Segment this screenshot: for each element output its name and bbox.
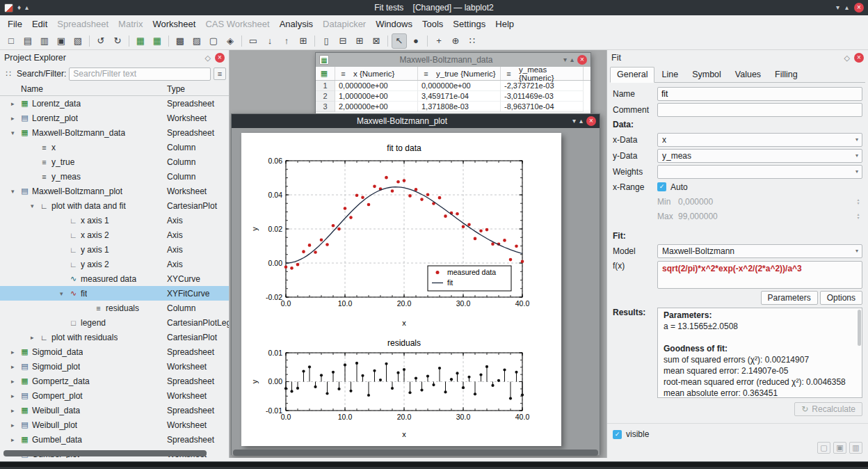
tree-row-maxwell-data[interactable]: Maxwell-Boltzmann_dataSpreadsheet [0,125,229,140]
maximize-icon[interactable]: ▴ [845,4,849,11]
expand-icon[interactable] [11,422,19,429]
collapse-icon[interactable] [60,290,68,297]
range-min-spinbox[interactable]: 0,000000 [678,197,854,207]
comment-input[interactable] [657,103,862,117]
range-max-spinbox[interactable]: 99,000000 [678,212,854,221]
collapse-icon[interactable] [31,202,39,209]
new-datapicker-button[interactable]: ◈ [223,33,238,49]
menu-tools[interactable]: Tools [417,17,448,31]
cell[interactable]: 2,000000e+00 [335,102,418,112]
column-header-x[interactable]: x {Numeric} [335,67,418,80]
window-shade-icon[interactable] [572,118,576,125]
y-data-combobox[interactable]: y_meas [657,149,862,163]
auto-range-checkbox[interactable] [657,182,666,191]
fit-name-input[interactable] [657,87,862,101]
explorer-horizontal-scrollbar[interactable] [3,450,207,456]
print-preview-button[interactable]: ▧ [70,33,86,49]
tree-row-x-column[interactable]: xColumn [0,140,229,154]
column-header-y-true[interactable]: y_true {Numeric} [418,67,501,80]
new-worksheet-button[interactable]: ▨ [189,33,204,49]
tree-row-lorentz-plot[interactable]: Lorentz_plotWorksheet [0,111,229,125]
tree-row-fit[interactable]: fitXYFitCurve [0,286,229,301]
menu-worksheet[interactable]: Worksheet [147,17,200,31]
tree-row-plot-residuals[interactable]: plot with residualsCartesianPlot [0,330,229,344]
shade-icon[interactable]: ▾ [836,4,839,11]
view-single-button[interactable]: ▯ [319,33,334,49]
fit-results-box[interactable]: Parameters: a = 13.1565±2.0508 Goodness … [657,308,862,398]
new-folder-button[interactable]: ▭ [246,33,261,49]
tree-row-y-true-column[interactable]: y_trueColumn [0,154,229,169]
spinner-arrows-icon[interactable]: ▴▾ [854,198,862,205]
tree-row-residuals[interactable]: residualsColumn [0,301,229,315]
options-button[interactable]: Options [820,291,862,305]
expand-icon[interactable] [31,334,39,341]
results-scrollbar[interactable] [858,310,861,346]
search-filter-input[interactable] [69,67,211,81]
document-save-button[interactable]: ▥ [37,33,52,49]
tab-values[interactable]: Values [728,67,768,83]
new-workbook-button[interactable]: ▦ [133,33,148,49]
expand-icon[interactable] [11,436,19,443]
close-window-button[interactable]: × [854,3,864,13]
window-close-button[interactable]: × [586,116,596,126]
name-column-header[interactable]: Name [21,84,43,94]
collapse-icon[interactable] [11,129,19,136]
float-dock-icon[interactable] [205,53,211,63]
expand-icon[interactable] [11,100,19,107]
crosshair-mode-button[interactable]: + [431,33,447,49]
expand-icon[interactable] [11,407,19,414]
visible-checkbox[interactable] [613,430,622,439]
expand-icon[interactable] [11,349,19,356]
menu-analysis[interactable]: Analysis [275,17,318,31]
view-split-horizontal-button[interactable]: ⊟ [335,33,351,49]
weights-combobox[interactable] [657,165,862,179]
tree-row-plot-data-fit[interactable]: plot with data and fitCartesianPlot [0,198,229,213]
window-shade-icon[interactable] [563,56,567,63]
select-mode-button[interactable]: ↖ [392,33,407,49]
menu-help[interactable]: Help [490,17,519,31]
view-split-vertical-button[interactable]: ⊞ [352,33,367,49]
keep-above-icon[interactable]: ▴ [25,4,29,11]
expand-icon[interactable] [11,363,19,370]
worksheet-window-titlebar[interactable]: Maxwell-Boltzmann_plot × [232,114,600,128]
tree-row-sigmoid-data[interactable]: Sigmoid_dataSpreadsheet [0,344,229,359]
cell[interactable]: 1,000000e+00 [335,91,418,102]
tab-line[interactable]: Line [654,67,685,83]
redo-button[interactable]: ↻ [110,33,125,49]
import-data-button[interactable]: ↓ [262,33,278,49]
save-config-icon[interactable]: ▣ [833,442,846,454]
tree-row-weibull-data[interactable]: Weibull_dataSpreadsheet [0,403,229,418]
tree-row-y-axis-1[interactable]: y axis 1Axis [0,242,229,257]
cell[interactable]: -8,963710e-04 [501,102,584,112]
collapse-icon[interactable] [11,188,19,195]
window-maximize-icon[interactable] [579,118,583,125]
close-dock-button[interactable]: × [854,53,864,63]
tab-general[interactable]: General [610,67,654,83]
spinner-arrows-icon[interactable]: ▴▾ [854,213,862,220]
spreadsheet-row[interactable]: 3 2,000000e+00 1,371808e-03 -8,963710e-0… [316,102,590,112]
window-titlebar[interactable]: ♦ ▴ Fit tests [Changed] — labplot2 ▾ ▴ × [0,0,868,15]
close-dock-button[interactable]: × [215,53,225,63]
select-all-corner[interactable] [316,67,335,80]
cell[interactable]: -2,373721e-03 [501,81,584,91]
window-maximize-icon[interactable] [570,56,574,63]
tree-row-x-axis-1[interactable]: x axis 1Axis [0,213,229,228]
tree-row-maxwell-plot[interactable]: Maxwell-Boltzmann_plotWorksheet [0,184,229,198]
export-data-button[interactable]: ↑ [279,33,294,49]
new-matrix-button[interactable]: ▩ [172,33,188,49]
document-new-button[interactable]: □ [3,33,19,49]
mdi-horizontal-scrollbar[interactable] [233,450,598,456]
tree-row-y-meas-column[interactable]: y_measColumn [0,169,229,184]
menu-settings[interactable]: Settings [448,17,490,31]
filter-options-button[interactable]: ≡ [214,67,226,80]
view-close-button[interactable]: ⊠ [369,33,384,49]
tree-row-gumbel-data[interactable]: Gumbel_dataSpreadsheet [0,432,229,447]
window-close-button[interactable]: × [577,55,587,65]
x-data-combobox[interactable]: x [657,133,862,147]
tree-row-sigmoid-plot[interactable]: Sigmoid_plotWorksheet [0,359,229,374]
document-print-button[interactable]: ▣ [54,33,69,49]
cell[interactable]: 0,000000e+00 [418,81,501,91]
cell[interactable]: -3,011469e-03 [501,91,584,102]
expand-icon[interactable] [11,392,19,399]
zoom-mode-button[interactable]: ⊕ [448,33,463,49]
